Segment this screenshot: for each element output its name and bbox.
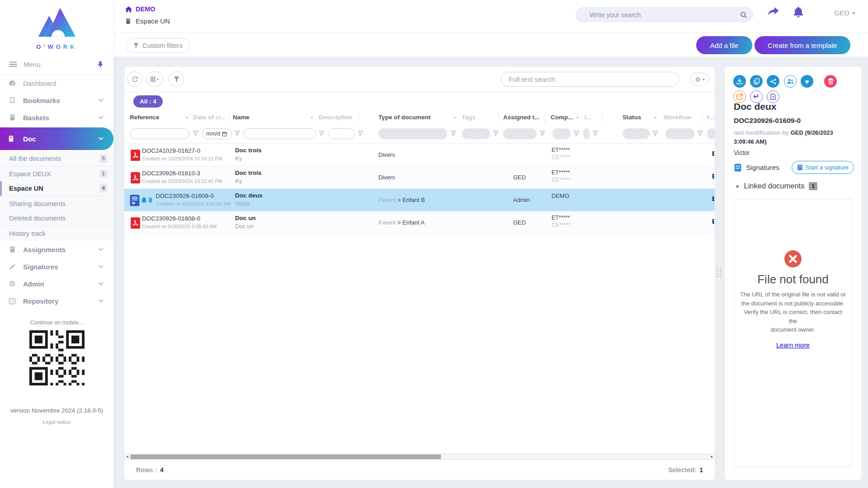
sort-arrow-icon[interactable]: ▸: [454, 114, 457, 120]
copy-button[interactable]: [750, 75, 763, 88]
scrollbar-thumb[interactable]: [131, 455, 441, 459]
funnel-icon[interactable]: [358, 131, 363, 136]
sidebar-item-admin[interactable]: ⚙ Admin: [0, 275, 113, 292]
scroll-right-icon[interactable]: ▸: [711, 454, 713, 459]
create-template-button[interactable]: Create from a template: [755, 36, 850, 54]
funnel-icon[interactable]: [574, 131, 579, 136]
funnel-icon[interactable]: [235, 131, 240, 136]
table-row-selected[interactable]: w DOC230926-01609-0 Created on 9/26/2023…: [124, 189, 715, 211]
sidebar-item-baskets[interactable]: Baskets: [0, 109, 113, 126]
column-header-status[interactable]: Status: [623, 114, 641, 121]
list-icon: [8, 298, 17, 305]
app-logo[interactable]: O'WORK: [0, 0, 113, 50]
sidebar-item-signatures[interactable]: Signatures: [0, 258, 113, 275]
sub-item-label: Espace UN: [9, 185, 43, 192]
filter-button[interactable]: [169, 71, 184, 87]
column-header-tags[interactable]: Tags: [462, 114, 476, 121]
column-header-reference[interactable]: Reference: [130, 114, 159, 121]
sort-arrow-icon[interactable]: ▸: [311, 114, 314, 120]
favorite-button[interactable]: ♥: [801, 75, 813, 88]
count-badge: 5: [100, 155, 107, 163]
filter-reference-input[interactable]: [130, 129, 189, 139]
funnel-icon[interactable]: [319, 131, 324, 136]
funnel-icon[interactable]: [593, 131, 598, 136]
column-header-name[interactable]: Name: [233, 114, 250, 121]
column-header-date[interactable]: Date of cr...: [193, 114, 226, 121]
column-header-assigned[interactable]: Assigned t...: [503, 114, 539, 121]
pin-icon[interactable]: [97, 61, 104, 68]
funnel-icon[interactable]: [493, 131, 499, 136]
legal-notice-link[interactable]: Legal notice: [0, 419, 113, 425]
user-menu[interactable]: GED ▾: [834, 9, 855, 17]
table-row[interactable]: DOC230926-01610-3 Created on 10/29/2024 …: [124, 166, 715, 189]
columns-button[interactable]: ▾: [146, 71, 163, 87]
breadcrumb-app[interactable]: DEMO: [125, 5, 156, 13]
doc-company-1: ET*****: [552, 147, 570, 153]
table-row[interactable]: DOC230926-01608-0 Created on 9/26/2023 3…: [124, 211, 715, 234]
column-header-y[interactable]: Y...: [706, 114, 714, 121]
horizontal-scrollbar[interactable]: ◂ ▸: [124, 454, 715, 460]
sidebar-item-assignments[interactable]: Assignments: [0, 241, 113, 258]
column-header-description[interactable]: Description: [319, 114, 352, 121]
download-button[interactable]: [733, 75, 746, 88]
linked-documents-toggle[interactable]: ▸ Linked documents 1: [736, 182, 817, 190]
doc-name: Doc trois: [235, 169, 262, 176]
column-header-workflow[interactable]: Workflow: [664, 114, 691, 121]
sidebar-item-sharing-documents[interactable]: Sharing documents: [0, 196, 113, 211]
panel-resize-handle[interactable]: [717, 267, 721, 277]
sort-arrow-icon[interactable]: ▸: [577, 114, 580, 120]
funnel-icon[interactable]: [698, 131, 703, 136]
notifications-bell-icon[interactable]: [793, 7, 804, 18]
sidebar-item-deleted-documents[interactable]: Deleted documents: [0, 211, 113, 226]
pdf-file-icon: [131, 150, 140, 161]
search-icon[interactable]: [740, 11, 747, 19]
column-header-type[interactable]: Type of document: [378, 114, 430, 121]
sidebar-item-espace-un[interactable]: Espace UN 4: [0, 181, 113, 196]
filter-date-input[interactable]: mm/d: [202, 128, 232, 139]
start-signature-button[interactable]: Start a signature: [792, 161, 854, 174]
table-settings-button[interactable]: ⚙ ▾: [690, 73, 709, 86]
fulltext-search-input[interactable]: [501, 72, 679, 86]
breadcrumb-space[interactable]: Espace UN: [125, 17, 170, 25]
custom-filters-button[interactable]: Custom filters: [126, 38, 190, 53]
doc-name: Doc trois: [235, 147, 262, 154]
funnel-icon[interactable]: [193, 131, 198, 136]
sort-arrow-icon[interactable]: ▸: [655, 114, 657, 120]
delete-button[interactable]: [824, 75, 837, 88]
tab-all-documents[interactable]: All : 4: [133, 95, 163, 108]
filter-description-input[interactable]: [329, 129, 354, 139]
chevron-down-icon: [98, 265, 104, 268]
sort-arrow-icon[interactable]: ▸: [186, 114, 189, 120]
sidebar-item-espace-deux[interactable]: Espace DEUX 1: [0, 166, 113, 181]
sidebar-item-history-track[interactable]: History track: [0, 226, 113, 241]
sidebar-item-repository[interactable]: Repository: [0, 292, 113, 310]
column-header-i[interactable]: I...: [585, 114, 591, 121]
filter-name-input[interactable]: [244, 129, 316, 139]
funnel-icon[interactable]: [451, 131, 456, 136]
file-icon: [770, 94, 776, 100]
menu-toggle[interactable]: Menu: [0, 55, 113, 75]
doc-created: Created on 10/29/2024 10:21:41 PM: [142, 178, 222, 184]
share-button[interactable]: [767, 75, 779, 88]
add-file-button[interactable]: Add a file: [696, 36, 752, 54]
scroll-left-icon[interactable]: ◂: [126, 454, 128, 459]
share-forward-icon[interactable]: [768, 7, 779, 17]
global-search-input[interactable]: [590, 8, 734, 22]
column-header-company[interactable]: Comp...: [551, 114, 573, 121]
assign-users-button[interactable]: [784, 75, 797, 88]
sidebar-item-all-documents[interactable]: All the documents 5: [0, 151, 113, 166]
funnel-icon[interactable]: [540, 131, 545, 136]
table-row[interactable]: DOC241029-01627-0 Created on 10/29/2024 …: [124, 144, 715, 166]
learn-more-link[interactable]: Learn more: [776, 342, 810, 349]
caret-down-icon: ▾: [853, 10, 855, 16]
word-file-icon: w: [130, 195, 140, 206]
sidebar-item-bookmarks[interactable]: Bookmarks: [0, 92, 113, 109]
funnel-icon[interactable]: [653, 131, 658, 136]
chevron-down-icon: [98, 299, 104, 303]
count-badge: 4: [100, 184, 107, 192]
global-search: [576, 7, 753, 22]
sidebar-item-dashboard[interactable]: Dashboard: [0, 75, 113, 92]
sidebar-item-doc-active[interactable]: Doc: [0, 127, 113, 150]
sidebar: O'WORK Menu Dashboard Bookmarks Baskets …: [0, 0, 113, 488]
refresh-button[interactable]: [127, 71, 142, 87]
